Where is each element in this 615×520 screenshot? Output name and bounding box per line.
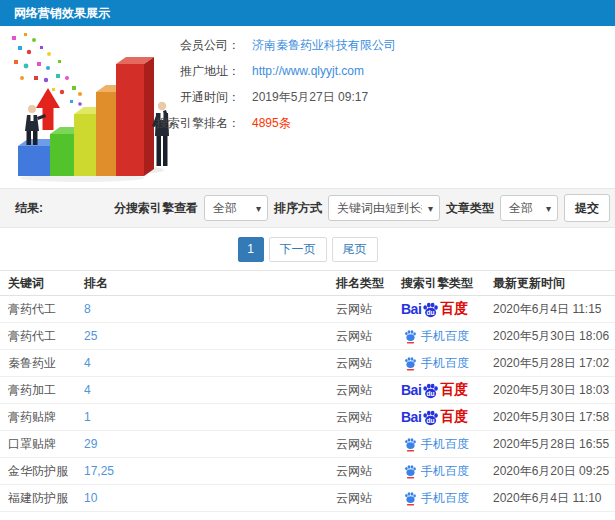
rank-link[interactable]: 1 [84, 410, 91, 424]
header-keyword: 关键词 [0, 275, 76, 292]
keyword-cell: 福建防护服 [0, 490, 76, 507]
header-engine-type: 搜索引擎类型 [401, 275, 493, 292]
baidu-pc-logo: Bai du 百度 [401, 381, 468, 399]
keyword-cell: 金华防护服 [0, 463, 76, 480]
rank-link[interactable]: 17,25 [84, 464, 114, 478]
chevron-down-icon: ▾ [256, 203, 261, 214]
article-type-select[interactable]: 全部 ▾ [500, 195, 558, 221]
engine-logo-cell[interactable]: Bai du 百度 手机百度 [401, 463, 493, 480]
keyword-cell: 膏药代工 [0, 328, 76, 345]
engine-filter-select[interactable]: 全部 ▾ [204, 195, 268, 221]
rank-type-cell: 云网站 [336, 409, 401, 426]
baidu-mobile-logo: 手机百度 [401, 490, 469, 507]
engine-logo-cell[interactable]: Bai du 百度 手机百度 [401, 490, 493, 507]
sort-filter-label: 排序方式 [274, 200, 322, 217]
engine-logo-cell[interactable]: Bai du 百度 手机百度 [401, 436, 493, 453]
updated-cell: 2020年5月28日 16:55 [493, 436, 615, 453]
sort-filter-value: 关键词由短到长排序 [337, 200, 422, 217]
baidu-mobile-logo: 手机百度 [401, 436, 469, 453]
page-titlebar: 网络营销效果展示 [0, 0, 615, 26]
rank-type-cell: 云网站 [336, 490, 401, 507]
table-row: 秦鲁药业 4 云网站 Bai du 百度 手机百度 2020年5月28日 17:… [0, 350, 615, 377]
next-page-button[interactable]: 下一页 [269, 237, 327, 262]
promo-url-label: 推广地址： [150, 63, 240, 80]
table-row: 福建防护服 10 云网站 Bai du 百度 手机百度 2020年6月4日 11… [0, 485, 615, 512]
baidu-mobile-paw-icon [404, 464, 417, 479]
promo-url-link[interactable]: http://www.qlyyjt.com [252, 64, 364, 78]
engine-logo-cell[interactable]: Bai du 百度 手机百度 [401, 300, 493, 318]
baidu-mobile-logo: 手机百度 [401, 355, 469, 372]
updated-cell: 2020年6月20日 09:25 [493, 463, 615, 480]
member-company-row: 会员公司： 济南秦鲁药业科技有限公司 [150, 32, 396, 58]
baidu-mobile-paw-icon [404, 437, 417, 452]
result-label: 结果: [15, 200, 43, 217]
baidu-mobile-paw-icon [404, 329, 417, 344]
engine-rank-label: 搜索引擎排名： [150, 115, 240, 132]
rank-link[interactable]: 29 [84, 437, 97, 451]
rank-link[interactable]: 10 [84, 491, 97, 505]
svg-text:du: du [427, 308, 435, 315]
svg-text:du: du [427, 389, 435, 396]
rank-type-cell: 云网站 [336, 382, 401, 399]
rank-type-cell: 云网站 [336, 355, 401, 372]
table-row: 金华防护服 17,25 云网站 Bai du 百度 手机百度 2020年6月20… [0, 458, 615, 485]
page-title: 网络营销效果展示 [14, 6, 110, 20]
open-time-value: 2019年5月27日 09:17 [252, 89, 368, 106]
page-button-current[interactable]: 1 [238, 237, 264, 262]
chevron-down-icon: ▾ [546, 203, 551, 214]
updated-cell: 2020年5月30日 17:58 [493, 409, 615, 426]
engine-logo-cell[interactable]: Bai du 百度 手机百度 [401, 355, 493, 372]
baidu-mobile-paw-icon [404, 356, 417, 371]
rank-link[interactable]: 25 [84, 329, 97, 343]
rank-link[interactable]: 4 [84, 356, 91, 370]
header-updated: 最新更新时间 [493, 275, 615, 292]
updated-cell: 2020年5月30日 18:06 [493, 328, 615, 345]
rank-link[interactable]: 4 [84, 383, 91, 397]
rank-link[interactable]: 8 [84, 302, 91, 316]
header-rank: 排名 [76, 275, 336, 292]
updated-cell: 2020年6月4日 11:10 [493, 490, 615, 507]
keyword-cell: 膏药代工 [0, 301, 76, 318]
updated-cell: 2020年5月30日 18:03 [493, 382, 615, 399]
table-row: 口罩贴牌 29 云网站 Bai du 百度 手机百度 2020年5月28日 16… [0, 431, 615, 458]
baidu-paw-icon: du [422, 409, 439, 426]
submit-button[interactable]: 提交 [564, 194, 610, 222]
baidu-paw-icon: du [422, 382, 439, 399]
rank-type-cell: 云网站 [336, 328, 401, 345]
engine-filter-label: 分搜索引擎查看 [114, 200, 198, 217]
open-time-row: 开通时间： 2019年5月27日 09:17 [150, 84, 396, 110]
engine-rank-row: 搜索引擎排名： 4895条 [150, 110, 396, 136]
engine-filter-value: 全部 [213, 200, 250, 217]
engine-logo-cell[interactable]: Bai du 百度 手机百度 [401, 328, 493, 345]
open-time-label: 开通时间： [150, 89, 240, 106]
header-rank-type: 排名类型 [336, 275, 401, 292]
baidu-paw-icon: du [422, 301, 439, 318]
rank-type-cell: 云网站 [336, 436, 401, 453]
rank-type-cell: 云网站 [336, 301, 401, 318]
keyword-cell: 口罩贴牌 [0, 436, 76, 453]
promo-url-row: 推广地址： http://www.qlyyjt.com [150, 58, 396, 84]
engine-logo-cell[interactable]: Bai du 百度 手机百度 [401, 381, 493, 399]
account-info-list: 会员公司： 济南秦鲁药业科技有限公司 推广地址： http://www.qlyy… [150, 32, 396, 136]
baidu-mobile-paw-icon [404, 491, 417, 506]
member-company-label: 会员公司： [150, 37, 240, 54]
filter-bar: 结果: 分搜索引擎查看 全部 ▾ 排序方式 关键词由短到长排序 ▾ 文章类型 全… [0, 188, 615, 228]
sort-filter-select[interactable]: 关键词由短到长排序 ▾ [328, 195, 440, 221]
baidu-mobile-logo: 手机百度 [401, 463, 469, 480]
article-type-label: 文章类型 [446, 200, 494, 217]
keyword-cell: 秦鲁药业 [0, 355, 76, 372]
table-row: 膏药代工 8 云网站 Bai du 百度 手机百度 2020年6月4日 11:1… [0, 296, 615, 323]
keyword-ranking-table: 关键词 排名 排名类型 搜索引擎类型 最新更新时间 膏药代工 8 云网站 Bai… [0, 270, 615, 512]
updated-cell: 2020年6月4日 11:15 [493, 301, 615, 318]
rank-type-cell: 云网站 [336, 463, 401, 480]
engine-logo-cell[interactable]: Bai du 百度 手机百度 [401, 408, 493, 426]
filter-controls: 分搜索引擎查看 全部 ▾ 排序方式 关键词由短到长排序 ▾ 文章类型 全部 ▾ … [114, 194, 610, 222]
member-company-link[interactable]: 济南秦鲁药业科技有限公司 [252, 37, 396, 54]
article-type-value: 全部 [509, 200, 540, 217]
updated-cell: 2020年5月28日 17:02 [493, 355, 615, 372]
table-row: 膏药加工 4 云网站 Bai du 百度 手机百度 2020年5月30日 18:… [0, 377, 615, 404]
table-header-row: 关键词 排名 排名类型 搜索引擎类型 最新更新时间 [0, 270, 615, 296]
marketing-results-page: 网络营销效果展示 [0, 0, 615, 520]
keyword-cell: 膏药贴牌 [0, 409, 76, 426]
last-page-button[interactable]: 尾页 [332, 237, 378, 262]
